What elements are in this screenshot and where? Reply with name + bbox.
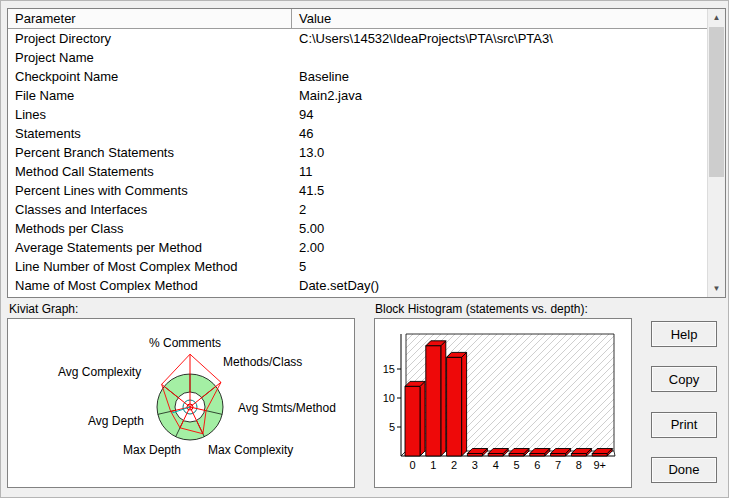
metrics-window: Parameter Value Project DirectoryC:\User… (0, 0, 729, 498)
svg-text:15: 15 (383, 363, 395, 375)
parameter-cell: Line Number of Most Complex Method (8, 257, 292, 276)
value-cell: 5.00 (292, 219, 708, 238)
value-cell: 94 (292, 105, 708, 124)
table-row[interactable]: Statements46 (8, 124, 708, 143)
svg-text:5: 5 (513, 459, 519, 471)
table-row[interactable]: Lines94 (8, 105, 708, 124)
kiviat-graph-label: Kiviat Graph: (9, 302, 78, 316)
table-row[interactable]: Project DirectoryC:\Users\14532\IdeaProj… (8, 29, 708, 48)
parameter-table: Parameter Value Project DirectoryC:\User… (7, 8, 726, 298)
parameter-cell: Percent Lines with Comments (8, 181, 292, 200)
parameter-cell: Lines (8, 105, 292, 124)
value-cell: Baseline (292, 67, 708, 86)
svg-text:3: 3 (472, 459, 478, 471)
kiviat-axis-label-avg-complexity: Avg Complexity (58, 365, 141, 379)
parameter-cell: Methods per Class (8, 219, 292, 238)
parameter-cell: Name of Most Complex Method (8, 276, 292, 295)
vertical-scrollbar[interactable]: ▲ ▼ (707, 9, 725, 297)
copy-button[interactable]: Copy (651, 366, 717, 392)
table-header: Parameter Value (8, 9, 725, 29)
scrollbar-thumb[interactable] (709, 27, 724, 177)
table-row[interactable]: Percent Lines with Comments41.5 (8, 181, 708, 200)
parameter-cell: Project Directory (8, 29, 292, 48)
print-button[interactable]: Print (651, 412, 717, 438)
kiviat-axis-label-methods-class: Methods/Class (223, 355, 302, 369)
kiviat-axis-label-comments: % Comments (149, 336, 221, 350)
down-arrow-icon: ▼ (713, 284, 721, 293)
svg-text:9+: 9+ (593, 459, 606, 471)
value-cell: 46 (292, 124, 708, 143)
done-button[interactable]: Done (651, 457, 717, 483)
svg-text:1: 1 (430, 459, 436, 471)
button-column: Help Copy Print Done (651, 321, 719, 483)
scroll-down-button[interactable]: ▼ (708, 280, 725, 297)
table-body: Project DirectoryC:\Users\14532\IdeaProj… (8, 29, 708, 296)
kiviat-axis-label-avg-depth: Avg Depth (88, 414, 144, 428)
table-row[interactable]: Line Number of Most Complex Method5 (8, 257, 708, 276)
table-row[interactable]: File NameMain2.java (8, 86, 708, 105)
value-cell: 2.00 (292, 238, 708, 257)
column-header-value[interactable]: Value (292, 9, 725, 28)
svg-text:0: 0 (409, 459, 415, 471)
value-cell: 41.5 (292, 181, 708, 200)
scroll-up-button[interactable]: ▲ (708, 9, 725, 26)
table-row[interactable]: Checkpoint NameBaseline (8, 67, 708, 86)
kiviat-graph-panel: % Comments Methods/Class Avg Stmts/Metho… (7, 318, 355, 488)
value-cell: Main2.java (292, 86, 708, 105)
table-row[interactable]: Methods per Class5.00 (8, 219, 708, 238)
kiviat-axis-label-max-complexity: Max Complexity (208, 443, 293, 457)
svg-text:10: 10 (383, 392, 395, 404)
block-histogram-panel: 510150123456789+ (374, 318, 632, 488)
table-row[interactable]: Name of Most Complex MethodDate.setDay() (8, 276, 708, 295)
svg-text:2: 2 (451, 459, 457, 471)
table-row[interactable]: Project Name (8, 48, 708, 67)
parameter-cell: Percent Branch Statements (8, 143, 292, 162)
block-histogram-chart: 510150123456789+ (375, 319, 631, 487)
parameter-cell: File Name (8, 86, 292, 105)
svg-text:5: 5 (389, 421, 395, 433)
table-row[interactable]: Percent Branch Statements13.0 (8, 143, 708, 162)
table-row[interactable]: Classes and Interfaces2 (8, 200, 708, 219)
value-cell: 13.0 (292, 143, 708, 162)
svg-text:6: 6 (534, 459, 540, 471)
value-cell (292, 48, 708, 67)
parameter-cell: Classes and Interfaces (8, 200, 292, 219)
kiviat-axis-label-max-depth: Max Depth (123, 443, 181, 457)
value-cell: C:\Users\14532\IdeaProjects\PTA\src\PTA3… (292, 29, 708, 48)
parameter-cell: Method Call Statements (8, 162, 292, 181)
value-cell: 2 (292, 200, 708, 219)
value-cell: 11 (292, 162, 708, 181)
table-row[interactable]: Method Call Statements11 (8, 162, 708, 181)
svg-text:4: 4 (493, 459, 499, 471)
parameter-cell: Statements (8, 124, 292, 143)
svg-text:7: 7 (555, 459, 561, 471)
parameter-cell: Checkpoint Name (8, 67, 292, 86)
svg-text:8: 8 (576, 459, 582, 471)
block-histogram-label: Block Histogram (statements vs. depth): (375, 302, 588, 316)
up-arrow-icon: ▲ (713, 13, 721, 22)
value-cell: 5 (292, 257, 708, 276)
value-cell: Date.setDay() (292, 276, 708, 295)
help-button[interactable]: Help (651, 321, 717, 347)
kiviat-axis-label-avg-stmts: Avg Stmts/Method (238, 401, 336, 415)
table-row[interactable]: Average Statements per Method2.00 (8, 238, 708, 257)
parameter-cell: Project Name (8, 48, 292, 67)
parameter-cell: Average Statements per Method (8, 238, 292, 257)
column-header-parameter[interactable]: Parameter (8, 9, 292, 28)
